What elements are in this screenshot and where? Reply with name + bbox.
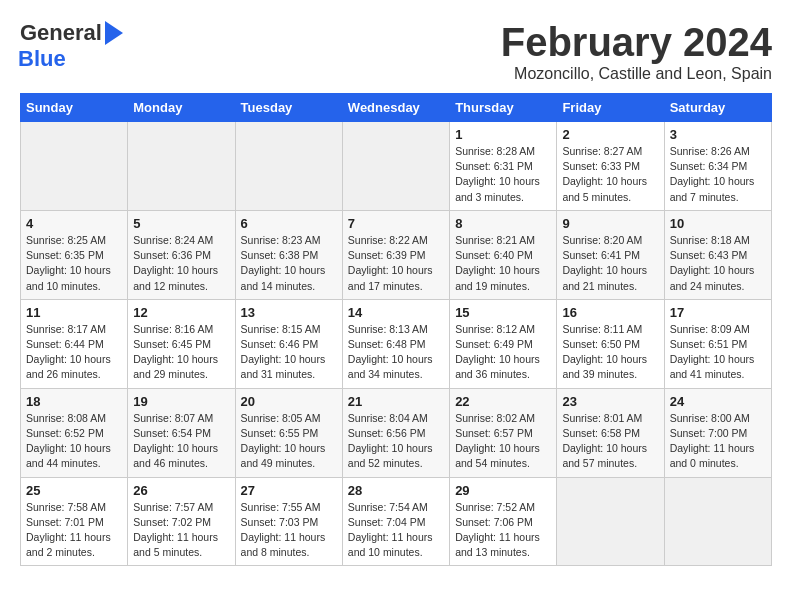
day-info: Sunrise: 8:28 AMSunset: 6:31 PMDaylight:… (455, 144, 551, 205)
day-number: 25 (26, 483, 122, 498)
day-info: Sunrise: 8:21 AMSunset: 6:40 PMDaylight:… (455, 233, 551, 294)
day-number: 13 (241, 305, 337, 320)
weekday-header: Saturday (664, 94, 771, 122)
calendar-cell: 6Sunrise: 8:23 AMSunset: 6:38 PMDaylight… (235, 210, 342, 299)
day-number: 23 (562, 394, 658, 409)
weekday-header: Friday (557, 94, 664, 122)
calendar-cell (21, 122, 128, 211)
calendar-cell (557, 477, 664, 566)
day-info: Sunrise: 8:13 AMSunset: 6:48 PMDaylight:… (348, 322, 444, 383)
day-number: 18 (26, 394, 122, 409)
day-info: Sunrise: 8:18 AMSunset: 6:43 PMDaylight:… (670, 233, 766, 294)
day-number: 3 (670, 127, 766, 142)
day-number: 2 (562, 127, 658, 142)
day-info: Sunrise: 8:08 AMSunset: 6:52 PMDaylight:… (26, 411, 122, 472)
day-number: 20 (241, 394, 337, 409)
day-info: Sunrise: 8:22 AMSunset: 6:39 PMDaylight:… (348, 233, 444, 294)
calendar-cell: 17Sunrise: 8:09 AMSunset: 6:51 PMDayligh… (664, 299, 771, 388)
day-info: Sunrise: 8:07 AMSunset: 6:54 PMDaylight:… (133, 411, 229, 472)
calendar-cell: 29Sunrise: 7:52 AMSunset: 7:06 PMDayligh… (450, 477, 557, 566)
day-number: 10 (670, 216, 766, 231)
calendar-week-row: 25Sunrise: 7:58 AMSunset: 7:01 PMDayligh… (21, 477, 772, 566)
day-number: 27 (241, 483, 337, 498)
calendar-cell: 1Sunrise: 8:28 AMSunset: 6:31 PMDaylight… (450, 122, 557, 211)
day-info: Sunrise: 8:15 AMSunset: 6:46 PMDaylight:… (241, 322, 337, 383)
calendar-cell: 8Sunrise: 8:21 AMSunset: 6:40 PMDaylight… (450, 210, 557, 299)
day-number: 12 (133, 305, 229, 320)
weekday-header: Sunday (21, 94, 128, 122)
calendar-cell: 7Sunrise: 8:22 AMSunset: 6:39 PMDaylight… (342, 210, 449, 299)
logo: General Blue (20, 20, 123, 72)
calendar-cell: 22Sunrise: 8:02 AMSunset: 6:57 PMDayligh… (450, 388, 557, 477)
weekday-header: Wednesday (342, 94, 449, 122)
calendar-cell: 26Sunrise: 7:57 AMSunset: 7:02 PMDayligh… (128, 477, 235, 566)
day-info: Sunrise: 8:11 AMSunset: 6:50 PMDaylight:… (562, 322, 658, 383)
day-info: Sunrise: 8:26 AMSunset: 6:34 PMDaylight:… (670, 144, 766, 205)
location-label: Mozoncillo, Castille and Leon, Spain (501, 65, 772, 83)
calendar-cell: 13Sunrise: 8:15 AMSunset: 6:46 PMDayligh… (235, 299, 342, 388)
calendar-week-row: 18Sunrise: 8:08 AMSunset: 6:52 PMDayligh… (21, 388, 772, 477)
day-number: 9 (562, 216, 658, 231)
calendar-cell: 14Sunrise: 8:13 AMSunset: 6:48 PMDayligh… (342, 299, 449, 388)
calendar-cell: 21Sunrise: 8:04 AMSunset: 6:56 PMDayligh… (342, 388, 449, 477)
day-info: Sunrise: 8:05 AMSunset: 6:55 PMDaylight:… (241, 411, 337, 472)
day-number: 19 (133, 394, 229, 409)
day-info: Sunrise: 8:27 AMSunset: 6:33 PMDaylight:… (562, 144, 658, 205)
calendar-week-row: 4Sunrise: 8:25 AMSunset: 6:35 PMDaylight… (21, 210, 772, 299)
calendar-week-row: 1Sunrise: 8:28 AMSunset: 6:31 PMDaylight… (21, 122, 772, 211)
logo-general-text: General (20, 20, 102, 46)
day-info: Sunrise: 7:54 AMSunset: 7:04 PMDaylight:… (348, 500, 444, 561)
calendar-table: SundayMondayTuesdayWednesdayThursdayFrid… (20, 93, 772, 566)
calendar-week-row: 11Sunrise: 8:17 AMSunset: 6:44 PMDayligh… (21, 299, 772, 388)
logo-arrow-icon (105, 21, 123, 45)
day-number: 28 (348, 483, 444, 498)
calendar-cell: 9Sunrise: 8:20 AMSunset: 6:41 PMDaylight… (557, 210, 664, 299)
day-info: Sunrise: 8:01 AMSunset: 6:58 PMDaylight:… (562, 411, 658, 472)
day-number: 16 (562, 305, 658, 320)
day-info: Sunrise: 8:12 AMSunset: 6:49 PMDaylight:… (455, 322, 551, 383)
day-number: 24 (670, 394, 766, 409)
day-info: Sunrise: 8:16 AMSunset: 6:45 PMDaylight:… (133, 322, 229, 383)
day-info: Sunrise: 8:23 AMSunset: 6:38 PMDaylight:… (241, 233, 337, 294)
calendar-cell: 3Sunrise: 8:26 AMSunset: 6:34 PMDaylight… (664, 122, 771, 211)
calendar-cell: 11Sunrise: 8:17 AMSunset: 6:44 PMDayligh… (21, 299, 128, 388)
calendar-cell (235, 122, 342, 211)
calendar-cell: 15Sunrise: 8:12 AMSunset: 6:49 PMDayligh… (450, 299, 557, 388)
calendar-cell: 12Sunrise: 8:16 AMSunset: 6:45 PMDayligh… (128, 299, 235, 388)
day-info: Sunrise: 8:25 AMSunset: 6:35 PMDaylight:… (26, 233, 122, 294)
calendar-header-row: SundayMondayTuesdayWednesdayThursdayFrid… (21, 94, 772, 122)
calendar-cell (664, 477, 771, 566)
page-header: General Blue February 2024 Mozoncillo, C… (20, 20, 772, 83)
day-number: 4 (26, 216, 122, 231)
calendar-cell: 19Sunrise: 8:07 AMSunset: 6:54 PMDayligh… (128, 388, 235, 477)
calendar-cell: 24Sunrise: 8:00 AMSunset: 7:00 PMDayligh… (664, 388, 771, 477)
day-number: 6 (241, 216, 337, 231)
day-info: Sunrise: 8:24 AMSunset: 6:36 PMDaylight:… (133, 233, 229, 294)
calendar-cell: 5Sunrise: 8:24 AMSunset: 6:36 PMDaylight… (128, 210, 235, 299)
day-number: 14 (348, 305, 444, 320)
weekday-header: Thursday (450, 94, 557, 122)
day-number: 7 (348, 216, 444, 231)
calendar-cell: 2Sunrise: 8:27 AMSunset: 6:33 PMDaylight… (557, 122, 664, 211)
calendar-cell: 16Sunrise: 8:11 AMSunset: 6:50 PMDayligh… (557, 299, 664, 388)
weekday-header: Tuesday (235, 94, 342, 122)
calendar-cell: 23Sunrise: 8:01 AMSunset: 6:58 PMDayligh… (557, 388, 664, 477)
day-info: Sunrise: 8:09 AMSunset: 6:51 PMDaylight:… (670, 322, 766, 383)
day-info: Sunrise: 8:20 AMSunset: 6:41 PMDaylight:… (562, 233, 658, 294)
logo-blue-text: Blue (18, 46, 66, 72)
calendar-cell: 20Sunrise: 8:05 AMSunset: 6:55 PMDayligh… (235, 388, 342, 477)
day-info: Sunrise: 8:17 AMSunset: 6:44 PMDaylight:… (26, 322, 122, 383)
day-number: 5 (133, 216, 229, 231)
day-info: Sunrise: 7:58 AMSunset: 7:01 PMDaylight:… (26, 500, 122, 561)
title-section: February 2024 Mozoncillo, Castille and L… (501, 20, 772, 83)
day-number: 15 (455, 305, 551, 320)
day-info: Sunrise: 7:52 AMSunset: 7:06 PMDaylight:… (455, 500, 551, 561)
day-number: 1 (455, 127, 551, 142)
calendar-cell (342, 122, 449, 211)
day-number: 26 (133, 483, 229, 498)
day-number: 29 (455, 483, 551, 498)
day-number: 8 (455, 216, 551, 231)
calendar-cell: 4Sunrise: 8:25 AMSunset: 6:35 PMDaylight… (21, 210, 128, 299)
day-info: Sunrise: 8:02 AMSunset: 6:57 PMDaylight:… (455, 411, 551, 472)
weekday-header: Monday (128, 94, 235, 122)
